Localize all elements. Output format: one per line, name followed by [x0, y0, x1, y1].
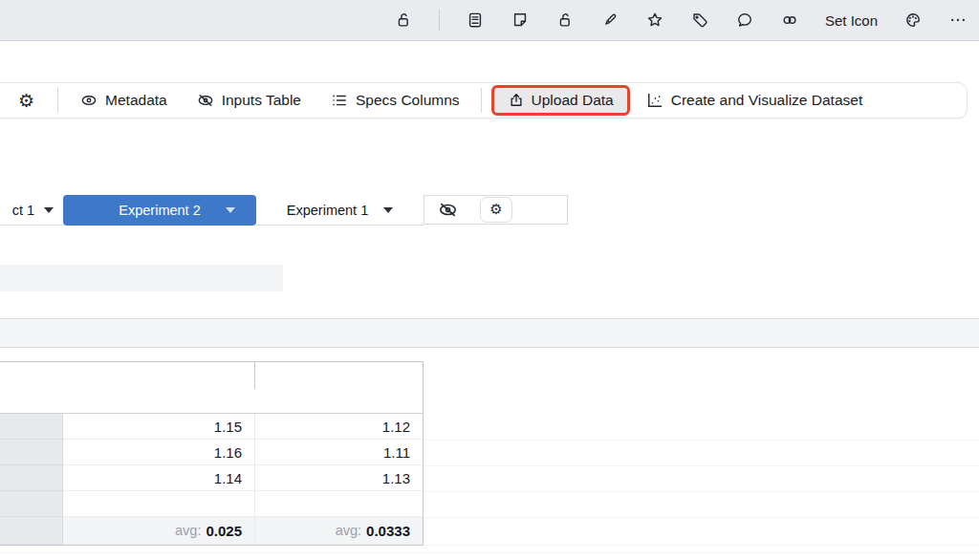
- gridline: [424, 491, 979, 492]
- tab-label: ct 1: [12, 203, 34, 218]
- visibility-toggle-group: ⚙: [424, 195, 568, 225]
- browser-toolbar: Set Icon: [0, 0, 979, 41]
- create-visualize-label: Create and Visualize Dataset: [671, 92, 862, 109]
- tag-icon[interactable]: [690, 11, 709, 30]
- loading-placeholder: [0, 265, 283, 291]
- scatter-chart-icon: [645, 91, 664, 110]
- row-header-cell[interactable]: [0, 465, 63, 491]
- tab-label: Experiment 2: [119, 203, 200, 218]
- reading-list-icon[interactable]: [466, 11, 485, 30]
- avg-cell: avg: 0.0333: [255, 517, 424, 545]
- gridline: [424, 517, 979, 518]
- data-cell[interactable]: 1.16: [63, 440, 255, 465]
- avg-label: avg:: [336, 523, 361, 538]
- toolbar-separator: [439, 10, 440, 31]
- tab-experiment-2[interactable]: Experiment 2: [63, 195, 256, 226]
- note-icon[interactable]: [511, 11, 530, 30]
- screen: Set Icon ⚙ Metadata Inputs Table: [0, 0, 979, 560]
- set-icon-button[interactable]: Set Icon: [825, 12, 878, 29]
- specs-columns-button[interactable]: Specs Columns: [330, 91, 460, 110]
- link-icon[interactable]: [780, 11, 799, 30]
- metadata-button[interactable]: Metadata: [79, 91, 167, 110]
- eye-off-icon[interactable]: [437, 199, 459, 221]
- row-header-cell[interactable]: [0, 440, 63, 465]
- star-icon[interactable]: [645, 11, 664, 30]
- chevron-down-icon: [383, 207, 393, 213]
- data-cell[interactable]: 1.14: [63, 465, 255, 491]
- data-cell[interactable]: 1.13: [255, 465, 424, 491]
- metadata-label: Metadata: [105, 92, 167, 109]
- avg-value: 0.025: [206, 523, 242, 539]
- inputs-table-label: Inputs Table: [222, 92, 301, 109]
- toolbar-separator: [481, 88, 482, 113]
- palette-icon[interactable]: [903, 11, 923, 30]
- gridline: [424, 465, 979, 466]
- inputs-table-button[interactable]: Inputs Table: [196, 91, 301, 110]
- create-visualize-button[interactable]: Create and Visualize Dataset: [645, 91, 862, 110]
- gear-icon: ⚙: [490, 203, 502, 217]
- table-bottom-border: [0, 545, 424, 546]
- gridline: [424, 545, 979, 546]
- gridline: [424, 440, 979, 441]
- row-header-cell: [0, 517, 63, 545]
- table-settings-button[interactable]: ⚙: [480, 197, 512, 223]
- upload-data-label: Upload Data: [532, 92, 614, 109]
- row-header-cell[interactable]: [0, 414, 63, 440]
- tab-project-truncated[interactable]: ct 1: [0, 195, 63, 226]
- comment-icon[interactable]: [735, 11, 754, 30]
- unlock-icon[interactable]: [394, 11, 413, 30]
- chevron-down-icon: [44, 207, 54, 213]
- data-cell[interactable]: 1.12: [255, 414, 424, 440]
- chevron-down-icon: [226, 207, 235, 213]
- tab-label: Experiment 1: [287, 203, 368, 218]
- section-band: [0, 318, 979, 348]
- column-resize-handle[interactable]: [254, 362, 255, 389]
- row-header-cell[interactable]: [0, 491, 63, 517]
- eye-off-icon: [196, 91, 215, 110]
- marker-icon[interactable]: [600, 11, 620, 30]
- specs-columns-label: Specs Columns: [356, 92, 460, 109]
- data-cell[interactable]: [63, 491, 255, 517]
- avg-cell: avg: 0.025: [63, 517, 255, 545]
- more-icon[interactable]: [948, 11, 968, 30]
- list-icon: [330, 91, 349, 110]
- tab-experiment-1[interactable]: Experiment 1: [256, 195, 424, 226]
- avg-label: avg:: [175, 523, 201, 538]
- gear-icon[interactable]: ⚙: [18, 92, 34, 110]
- data-cell[interactable]: 1.15: [63, 414, 255, 440]
- upload-icon: [508, 92, 525, 109]
- upload-data-button[interactable]: Upload Data: [491, 85, 630, 116]
- gridline: [0, 552, 979, 553]
- unlock-icon[interactable]: [555, 11, 575, 30]
- avg-value: 0.0333: [366, 523, 410, 539]
- table-header-row[interactable]: [0, 361, 424, 414]
- eye-icon: [79, 91, 98, 110]
- app-toolbar: ⚙ Metadata Inputs Table Specs Columns: [0, 82, 968, 118]
- data-cell[interactable]: 1.11: [255, 440, 424, 465]
- data-cell[interactable]: [255, 491, 424, 517]
- toolbar-separator: [57, 88, 58, 113]
